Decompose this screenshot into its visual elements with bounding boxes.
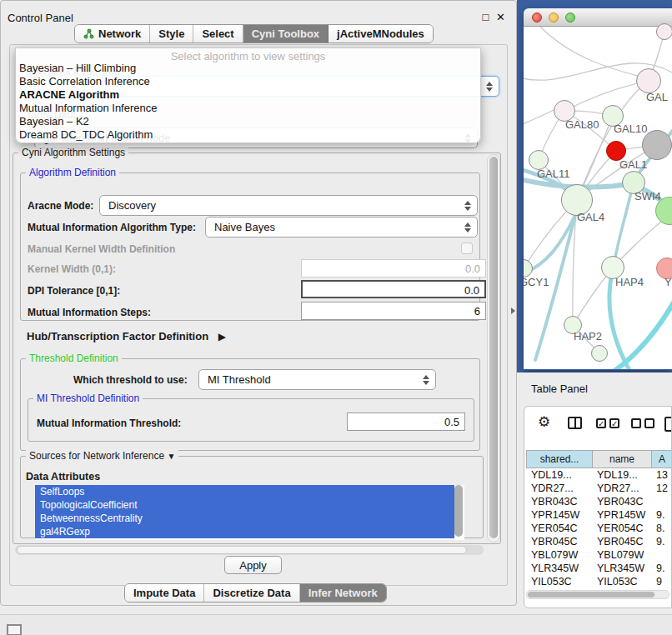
tab-infer-network[interactable]: Infer Network bbox=[300, 584, 386, 602]
network-window-titlebar[interactable] bbox=[524, 8, 672, 27]
mi-threshold-label: Mutual Information Threshold: bbox=[37, 418, 181, 429]
combo-spinner-icon bbox=[482, 78, 496, 94]
settings-scrollbar-thumb[interactable] bbox=[489, 157, 498, 538]
algorithm-definition-group: Algorithm Definition Aracne Mode: Discov… bbox=[20, 172, 480, 321]
tab-jactivemnodules[interactable]: jActiveMNodules bbox=[328, 25, 433, 42]
table-cell: YPR145W bbox=[592, 508, 651, 522]
maximize-icon[interactable]: □ bbox=[480, 12, 491, 22]
tab-style[interactable]: Style bbox=[150, 25, 193, 42]
network-canvas[interactable]: GALGAL80GAL10GAL1GAL11SWI4GAL4GCY1HAP4YH… bbox=[524, 27, 672, 369]
kernel-width-field[interactable]: 0.0 bbox=[301, 259, 486, 278]
select-all-check-icon[interactable]: ✓ bbox=[609, 418, 619, 428]
mi-threshold-field[interactable]: 0.5 bbox=[347, 412, 465, 431]
tab-impute-data[interactable]: Impute Data bbox=[125, 584, 204, 602]
network-tab-icon bbox=[83, 28, 94, 39]
algorithm-option[interactable]: ARACNE Algorithm bbox=[16, 88, 480, 102]
tab-select[interactable]: Select bbox=[193, 25, 243, 42]
network-node-gal[interactable] bbox=[636, 68, 661, 93]
minimized-panel-icon[interactable] bbox=[7, 624, 22, 635]
column-header-shared-name[interactable]: shared... bbox=[526, 450, 593, 468]
table-hscrollbar-thumb[interactable] bbox=[528, 592, 654, 598]
table-row[interactable]: YDR27...YDR27...12 bbox=[526, 482, 672, 495]
mi-algorithm-type-combo[interactable]: Naive Bayes bbox=[205, 217, 478, 238]
table-row[interactable]: YBR043CYBR043C bbox=[526, 495, 672, 508]
node-label: HAP4 bbox=[615, 276, 644, 288]
column-header-name[interactable]: name bbox=[592, 450, 652, 468]
cyni-bottom-tabbar: Impute Data Discretize Data Infer Networ… bbox=[124, 583, 387, 602]
table-cell: YBR045C bbox=[526, 535, 592, 548]
manual-kernel-width-checkbox[interactable] bbox=[461, 242, 473, 254]
mac-minimize-icon[interactable] bbox=[549, 12, 559, 22]
data-attribute-item[interactable]: SelfLoops bbox=[35, 485, 454, 498]
sources-group-title[interactable]: Sources for Network Inference ▼ bbox=[26, 450, 178, 462]
column-visibility-icon[interactable] bbox=[568, 417, 582, 429]
table-row[interactable]: YBL079WYBL079W bbox=[526, 548, 672, 562]
table-cell: YDR27... bbox=[592, 482, 651, 495]
table-row[interactable]: YDL19...YDL19...13 bbox=[526, 468, 672, 482]
which-threshold-combo[interactable]: MI Threshold bbox=[198, 369, 436, 390]
aracne-mode-combo[interactable]: Discovery bbox=[99, 195, 478, 216]
data-attribute-item[interactable]: TopologicalCoefficient bbox=[35, 498, 454, 512]
combo-spinner-icon bbox=[460, 219, 474, 235]
tab-cyni-toolbox[interactable]: Cyni Toolbox bbox=[243, 25, 328, 42]
threshold-definition-title: Threshold Definition bbox=[26, 352, 122, 364]
mac-close-icon[interactable] bbox=[532, 12, 542, 22]
splitter-arrow-icon[interactable] bbox=[511, 308, 515, 314]
algorithm-option[interactable]: Dream8 DC_TDC Algorithm bbox=[16, 128, 480, 142]
close-icon[interactable]: ✕ bbox=[495, 12, 506, 22]
table-cell: YIL053C bbox=[592, 575, 651, 588]
tab-network[interactable]: Network bbox=[75, 25, 150, 42]
node-label: GAL10 bbox=[614, 122, 647, 135]
table-row[interactable]: YER054CYER054C8. bbox=[526, 522, 672, 535]
export-table-icon[interactable] bbox=[664, 417, 672, 432]
algorithm-option[interactable]: Mutual Information Inference bbox=[16, 102, 480, 115]
table-row[interactable]: YIL053CYIL053C9 bbox=[526, 575, 672, 588]
apply-button[interactable]: Apply bbox=[224, 556, 282, 574]
mac-zoom-icon[interactable] bbox=[565, 12, 575, 22]
data-attribute-item[interactable]: gal4RGexp bbox=[35, 525, 454, 538]
horizontal-scrollbar-thumb[interactable] bbox=[17, 546, 467, 554]
column-header-clipped[interactable]: A bbox=[651, 450, 672, 468]
horizontal-scrollbar-track[interactable] bbox=[15, 545, 484, 555]
select-all-check-icon[interactable]: ✓ bbox=[596, 418, 606, 428]
settings-scrollbar[interactable] bbox=[487, 154, 500, 542]
attributes-list-scrollbar[interactable] bbox=[454, 485, 463, 537]
deselect-all-icon[interactable] bbox=[644, 418, 654, 428]
expand-right-icon: ▶ bbox=[218, 331, 226, 342]
algorithm-option[interactable]: Basic Correlation Inference bbox=[16, 75, 480, 88]
table-row[interactable]: YLR345WYLR345W9. bbox=[526, 562, 672, 575]
table-row[interactable]: YPR145WYPR145W9. bbox=[526, 508, 672, 522]
network-node[interactable] bbox=[656, 23, 672, 40]
node-label: GCY1 bbox=[524, 276, 549, 288]
tab-discretize-data[interactable]: Discretize Data bbox=[204, 584, 299, 602]
table-cell: 9. bbox=[651, 535, 672, 548]
data-attributes-list[interactable]: SelfLoopsTopologicalCoefficientBetweenne… bbox=[35, 485, 464, 540]
algorithm-dropdown-popup: Select algorithm to view settings Bayesi… bbox=[15, 48, 481, 143]
combo-spinner-icon bbox=[460, 198, 474, 213]
hub-factor-expander[interactable]: Hub/Transcription Factor Definition ▶ bbox=[27, 330, 226, 342]
table-row[interactable]: YBR045CYBR045C9. bbox=[526, 535, 672, 548]
algorithm-option[interactable]: Bayesian – K2 bbox=[16, 115, 480, 128]
node-label: Y bbox=[664, 276, 672, 288]
mi-steps-field[interactable]: 6 bbox=[301, 302, 486, 320]
node-label: SWI4 bbox=[634, 190, 661, 202]
network-node[interactable] bbox=[642, 130, 672, 160]
algorithm-option[interactable]: Bayesian – Hill Climbing bbox=[16, 62, 480, 75]
mi-threshold-definition-group: MI Threshold Definition Mutual Informati… bbox=[28, 398, 474, 442]
table-cell: YBL079W bbox=[526, 548, 592, 562]
table-hscrollbar-track[interactable] bbox=[526, 590, 669, 599]
table-cell: YBR043C bbox=[592, 495, 651, 508]
table-cell: 8. bbox=[651, 522, 672, 535]
data-attribute-item[interactable]: BetweennessCentrality bbox=[35, 512, 454, 525]
node-label: GAL bbox=[646, 91, 668, 103]
dpi-tolerance-field[interactable]: 0.0 bbox=[301, 280, 486, 298]
bottom-dock-strip bbox=[0, 614, 672, 635]
network-node[interactable] bbox=[591, 345, 608, 362]
dropdown-placeholder: Select algorithm to view settings bbox=[16, 48, 480, 62]
table-cell: YPR145W bbox=[526, 508, 592, 522]
table-cell: 9. bbox=[651, 562, 672, 575]
data-attributes-label: Data Attributes bbox=[26, 471, 100, 482]
deselect-all-icon[interactable] bbox=[631, 418, 641, 428]
table-settings-gear-icon[interactable]: ⚙ bbox=[538, 413, 550, 430]
manual-kernel-width-label: Manual Kernel Width Definition bbox=[28, 243, 175, 255]
